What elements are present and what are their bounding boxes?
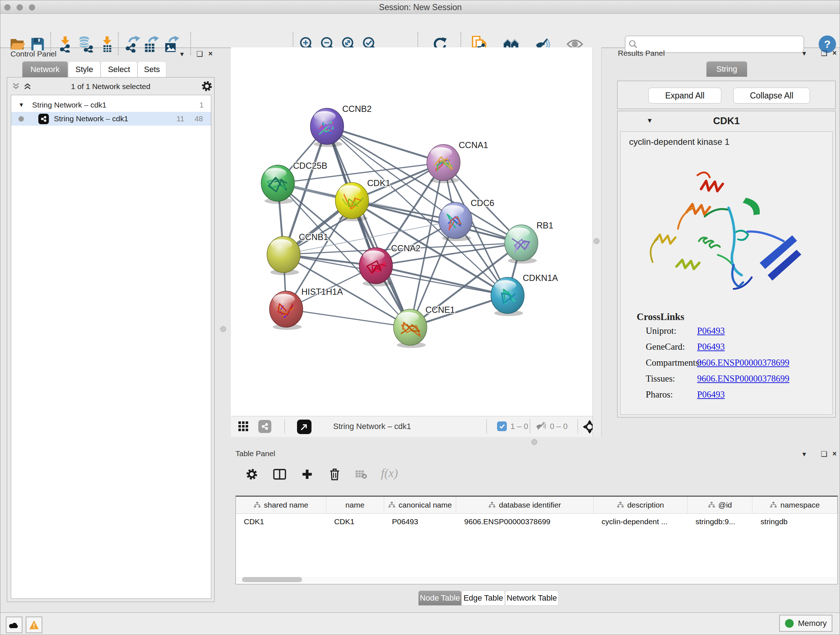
tab-network[interactable]: Network: [22, 61, 68, 78]
crosslinks-title: CrossLinks: [637, 311, 684, 323]
node-count: 11: [177, 114, 185, 123]
horizontal-scrollbar[interactable]: [236, 577, 837, 583]
cell-name[interactable]: CDK1: [326, 514, 384, 530]
node-HIST1H1A[interactable]: HIST1H1A: [270, 287, 343, 330]
results-panel-collapse-icon[interactable]: ▾: [802, 50, 806, 57]
network-selection-summary: 1 of 1 Network selected: [7, 82, 214, 91]
node-CCNE1[interactable]: CCNE1: [393, 305, 455, 348]
node-CCNB2[interactable]: CCNB2: [310, 104, 371, 147]
table-panel: Table Panel ▾ ❏ ×: [231, 448, 840, 612]
tab-node-table[interactable]: Node Table: [418, 591, 462, 606]
crosslink-link[interactable]: P06493: [697, 390, 725, 400]
expand-all-button[interactable]: Expand All: [648, 88, 722, 103]
tab-style[interactable]: Style: [68, 61, 101, 78]
show-columns-icon[interactable]: [270, 465, 289, 484]
crosslink-link[interactable]: P06493: [697, 342, 725, 352]
memory-label: Memory: [798, 619, 827, 628]
title-bar: Session: New Session: [0, 0, 840, 14]
entry-details: cyclin-dependent kinase 1: [620, 131, 833, 415]
network-collection-row[interactable]: ▼ String Network – cdk1 1: [11, 98, 211, 112]
tab-edge-table[interactable]: Edge Table: [462, 591, 505, 606]
crosslink-row: Pharos:P06493: [621, 390, 832, 405]
cell-canonical-name[interactable]: P06493: [384, 514, 456, 530]
delete-table-icon-disabled: [352, 465, 370, 484]
column-header-canonical-name[interactable]: canonical name: [384, 497, 456, 513]
node-label-CDK1: CDK1: [367, 178, 390, 188]
crosslink-label: Compartments:: [646, 358, 701, 368]
control-panel-title: Control Panel: [11, 50, 57, 58]
results-panel-float-icon[interactable]: ❏: [821, 50, 827, 57]
crosslink-link[interactable]: P06493: [697, 326, 725, 336]
table-panel-collapse-icon[interactable]: ▾: [802, 450, 806, 458]
control-panel-float-icon[interactable]: ❏: [196, 50, 203, 57]
network-options-gear-icon[interactable]: [201, 80, 213, 93]
network-canvas[interactable]: CCNB2CCNA1CDC25BCDK1CDC6RB1CCNB1CCNA2CDK…: [231, 48, 592, 416]
crosslink-row: Compartments:9606.ENSP00000378699: [621, 358, 832, 374]
bottom-splitter-handle[interactable]: [531, 439, 537, 445]
column-header-description[interactable]: description: [594, 497, 688, 513]
column-header-database-identifier[interactable]: database identifier: [456, 497, 594, 513]
hidden-eye-icon: [535, 421, 547, 432]
column-type-icon: [708, 501, 715, 509]
collapse-all-button[interactable]: Collapse All: [733, 88, 810, 103]
collection-count: 1: [199, 101, 204, 109]
table-panel-float-icon[interactable]: ❏: [821, 450, 827, 458]
cell-description[interactable]: cyclin-dependent ...: [594, 514, 688, 530]
crosslink-row: GeneCard:P06493: [621, 342, 832, 358]
column-header-namespace[interactable]: namespace: [752, 497, 837, 513]
hidden-node-edge-counts: 0 – 0: [550, 422, 568, 431]
results-panel-title: Results Panel: [618, 49, 665, 57]
tab-network-table[interactable]: Network Table: [505, 591, 559, 606]
table-options-gear-icon[interactable]: [242, 465, 261, 484]
cell-database-identifier[interactable]: 9606.ENSP00000378699: [456, 514, 594, 530]
edge-HIST1H1A-CCNE1[interactable]: [286, 309, 410, 327]
tab-sets[interactable]: Sets: [137, 61, 166, 78]
crosslink-label: Uniprot:: [646, 326, 676, 336]
column-header--id[interactable]: @id: [688, 497, 753, 513]
left-splitter-handle[interactable]: [220, 326, 226, 332]
right-splitter-handle[interactable]: [594, 238, 600, 244]
memory-button[interactable]: Memory: [779, 615, 832, 632]
crosslink-label: GeneCard:: [646, 342, 685, 352]
node-label-CCNE1: CCNE1: [425, 305, 455, 315]
tab-select[interactable]: Select: [101, 61, 137, 78]
cell--id[interactable]: stringdb:9...: [688, 514, 753, 530]
network-list-box: 1 of 1 Network selected ▼ String Network…: [7, 77, 215, 602]
edge-CCNB2-CCNA1[interactable]: [327, 126, 444, 163]
column-type-icon: [254, 501, 261, 509]
cell-namespace[interactable]: stringdb: [752, 514, 837, 530]
network-collection-label: String Network – cdk1: [32, 101, 106, 109]
string-view-icon[interactable]: [258, 420, 271, 433]
column-header-shared-name[interactable]: shared name: [236, 497, 326, 513]
node-CDKN1A[interactable]: CDKN1A: [491, 273, 558, 316]
network-row-selected[interactable]: String Network – cdk1 11 48: [11, 112, 211, 126]
selected-checkbox[interactable]: [497, 421, 507, 431]
tree-expander-icon[interactable]: ▼: [19, 102, 24, 108]
control-panel-close-icon[interactable]: ×: [208, 50, 213, 57]
warnings-button[interactable]: [26, 616, 42, 633]
results-panel-close-icon[interactable]: ×: [832, 49, 837, 57]
delete-column-trash-icon[interactable]: [325, 465, 344, 484]
table-row[interactable]: CDK1CDK1P064939606.ENSP00000378699cyclin…: [236, 514, 837, 530]
column-header-name[interactable]: name: [326, 497, 384, 513]
nv-separator: [530, 419, 531, 434]
tab-string[interactable]: String: [706, 61, 747, 77]
results-actions-box: Expand All Collapse All: [617, 81, 836, 109]
column-label: description: [627, 501, 664, 509]
add-column-icon[interactable]: [298, 465, 317, 484]
birds-eye-view-button[interactable]: [297, 420, 311, 434]
cloud-button[interactable]: [6, 616, 22, 633]
entry-description: cyclin-dependent kinase 1: [629, 137, 729, 147]
grid-view-icon[interactable]: [238, 421, 249, 433]
node-RB1[interactable]: RB1: [505, 220, 554, 264]
control-panel-collapse-icon[interactable]: ▾: [180, 50, 184, 57]
scrollbar-thumb[interactable]: [242, 577, 302, 582]
results-panel: Results Panel ▾ ❏ × String Expand All Co…: [601, 48, 840, 448]
cell-shared-name[interactable]: CDK1: [236, 514, 326, 530]
network-view-toolbar: String Network – cdk1 1 – 0 0 – 0: [231, 416, 592, 437]
crosslink-link[interactable]: 9606.ENSP00000378699: [697, 358, 789, 368]
crosslink-link[interactable]: 9606.ENSP00000378699: [697, 374, 789, 384]
crosslink-row: Uniprot:P06493: [621, 326, 832, 342]
table-tabs-bar: Node Table Edge Table Network Table: [231, 591, 840, 612]
table-panel-close-icon[interactable]: ×: [832, 450, 837, 457]
